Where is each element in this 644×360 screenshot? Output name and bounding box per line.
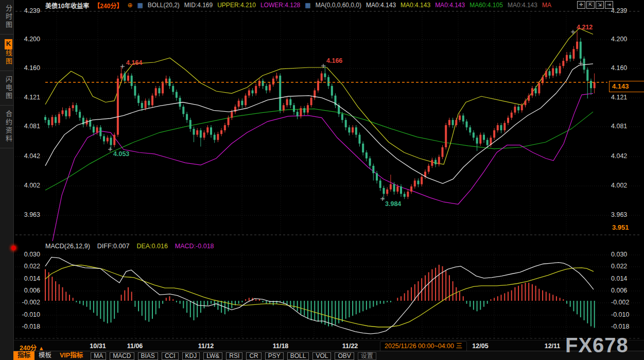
indicator-button-cr[interactable]: CR [246,352,261,360]
sidebar-tab-2[interactable]: K线图 [0,35,13,71]
candle-body [442,147,444,157]
candle-body [186,114,188,120]
sidebar-tab-4[interactable]: 合约资料 [0,106,13,148]
candle-body [255,86,257,93]
boll-indicator-icon[interactable]: ▦ [137,2,143,9]
candle-body [345,120,347,127]
settings-button[interactable]: 设置 [358,352,376,360]
indicator-button-boll[interactable]: BOLL [287,352,309,360]
candle-body [362,144,364,152]
candle-body [479,135,481,144]
candle-body [124,74,126,81]
candle-body [431,160,433,166]
candle-body [396,186,398,192]
macd-macd-value: MACD:-0.018 [175,243,214,250]
candle-body [594,82,596,89]
candle-body [514,107,516,113]
indicator-button-lw&[interactable]: LW& [203,352,222,360]
candle-body [258,81,260,86]
candle-body [172,86,174,92]
candle-body [590,81,592,88]
fx678-watermark: FX678 [565,334,629,357]
date-tick-label: 12/05 [472,342,488,350]
boll-mid-value: MID:4.169 [184,2,213,9]
chart-canvas[interactable]: 4.1644.0534.1663.9844.212 [0,0,644,360]
sidebar-tab-1[interactable]: 分时图 [0,0,13,35]
indicator-button-ma[interactable]: MA [91,352,106,360]
candle-body [44,117,46,120]
indicator-button-kdj[interactable]: KDJ [182,352,200,360]
scale-axis-right-icon[interactable]: ⇲ [596,1,604,9]
ma-red-label: MA [542,2,551,9]
candle-body [410,186,412,192]
candle-body [210,127,212,134]
toolbar-tab-1[interactable]: 指标 [13,351,34,360]
candle-body [51,117,53,125]
candle-body [438,157,440,164]
candle-body [434,160,437,164]
candle-body [162,83,164,93]
indicator-button-rsi[interactable]: RSI [226,352,242,360]
candle-body [552,68,554,76]
candle-body [327,77,329,86]
symbol-title: 美债10年收益率 [45,1,89,10]
candle-body [493,130,495,138]
candle-body [68,108,71,116]
pan-crosshair-icon[interactable]: ✛ [577,1,585,9]
candle-body [297,112,299,116]
candle-body [220,130,222,134]
candle-body [151,96,153,106]
candle-body [448,120,450,125]
scale-axis-left-icon[interactable]: ⇱ [586,1,595,9]
ma-label: MA(0,0,0,60,0,0) [316,2,361,9]
last-price-badge: 4.143 [609,81,644,92]
date-axis: 240分 ▲ 2025/11/26 00:00~04:00 三 10/3111/… [0,340,644,351]
exit-chart-icon[interactable]: ⇥ [605,1,613,9]
expand-circle-icon[interactable]: ⊕ [127,2,132,9]
indicator-button-vol[interactable]: VOL [312,352,331,360]
ma-indicator-icon[interactable]: ▦ [305,2,310,9]
candle-body [265,86,267,91]
candle-body [203,132,205,138]
candle-body [321,74,323,81]
candle-body [497,125,499,130]
indicator-button-macd[interactable]: MACD [110,352,134,360]
candle-body [538,83,540,93]
indicator-readout-bar: 美债10年收益率【240分】⊕▦BOLL(20,2)MID:4.169UPPER… [45,1,551,9]
candle-body [276,76,278,79]
sidebar-tab-3[interactable]: 闪电图 [0,71,13,106]
candle-body [224,125,226,130]
candle-body [341,114,343,120]
candle-body [48,120,50,125]
candle-body [331,86,333,96]
boll-upper-line [45,28,593,164]
candle-body [469,127,471,132]
extreme-price-label: 4.053 [113,150,129,158]
candle-body [528,96,530,101]
ma60-green-value: MA60:4.105 [469,2,503,9]
ma0-magenta-value: MA0:4.143 [435,2,465,9]
toolbar-tab-3[interactable]: VIP指标 [56,351,87,360]
min-price-badge: 3.951 [611,224,631,231]
candle-body [535,88,537,93]
indicator-button-bias[interactable]: BIAS [138,352,158,360]
candle-body [428,166,430,172]
candle-body [110,138,112,145]
candle-body [248,91,250,96]
candle-body [228,118,230,125]
candle-body [148,101,150,106]
candle-body [503,123,506,130]
extreme-price-label: 4.166 [326,57,342,64]
candle-body [417,181,420,184]
indicator-button-cci[interactable]: CCI [162,352,179,360]
indicator-button-obv[interactable]: OBV [335,352,354,360]
candle-body [72,105,74,108]
boll-label: BOLL(20,2) [148,2,180,9]
indicator-button-psy[interactable]: PSY [265,352,284,360]
candle-body [103,136,105,142]
candle-body [145,101,147,108]
candle-body [196,130,198,135]
candle-body [583,59,585,70]
macd-params: MACD(26,12,9) [45,243,90,250]
toolbar-tab-2[interactable]: 模板 [34,351,56,360]
